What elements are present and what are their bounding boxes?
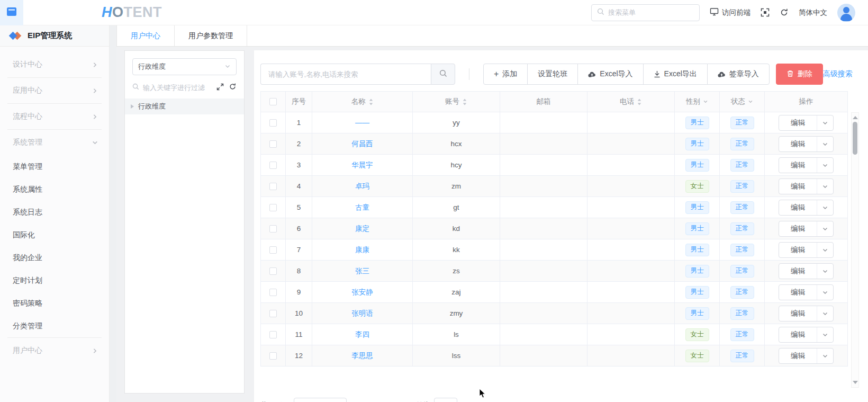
tab-user-params[interactable]: 用户参数管理 [175,25,247,46]
excel-import-button[interactable]: Excel导入 [577,64,643,85]
sidebar-item-password-policy[interactable]: 密码策略 [0,292,109,315]
edit-split-button[interactable]: 编辑 [779,263,834,279]
edit-button[interactable]: 编辑 [779,115,817,130]
edit-split-button[interactable]: 编辑 [779,178,834,194]
user-search-input[interactable] [260,64,431,85]
edit-button[interactable]: 编辑 [779,179,817,194]
row-checkbox[interactable] [269,331,277,338]
set-shift-button[interactable]: 设置轮班 [527,64,578,85]
column-header-name[interactable]: 名称 [312,91,413,112]
edit-split-button[interactable]: 编辑 [779,136,834,152]
scrollbar-thumb[interactable] [853,122,857,155]
sidebar-item-i18n[interactable]: 国际化 [0,224,109,246]
sidebar-toggle-button[interactable] [0,0,23,25]
sidebar-item-system-manage[interactable]: 系统管理 [0,130,109,155]
tree-node-root[interactable]: 行政维度 [125,99,244,114]
column-header-gender[interactable]: 性别 [675,91,720,112]
edit-button[interactable]: 编辑 [779,200,817,215]
sidebar-item-flow-center[interactable]: 流程中心 [0,104,109,129]
edit-split-button[interactable]: 编辑 [779,348,834,364]
edit-split-button[interactable]: 编辑 [779,221,834,237]
edit-dropdown-button[interactable] [817,327,833,342]
scroll-down-arrow-icon[interactable] [853,381,858,384]
row-checkbox[interactable] [269,225,277,233]
sidebar-item-design-center[interactable]: 设计中心 [0,52,109,77]
tab-user-center[interactable]: 用户中心 [116,25,175,46]
user-name-link[interactable]: —— [355,119,369,127]
column-header-status[interactable]: 状态 [720,91,765,112]
sidebar-item-system-logs[interactable]: 系统日志 [0,201,109,224]
edit-split-button[interactable]: 编辑 [779,200,834,216]
sidebar-item-system-props[interactable]: 系统属性 [0,178,109,201]
tree-filter-input[interactable] [143,84,213,92]
edit-dropdown-button[interactable] [817,158,833,173]
edit-dropdown-button[interactable] [817,349,833,363]
edit-button[interactable]: 编辑 [779,264,817,279]
page-size-select[interactable]: 50条/页 [294,398,347,402]
expand-icon[interactable] [216,83,224,92]
edit-dropdown-button[interactable] [817,200,833,215]
table-scrollbar[interactable] [851,112,859,388]
delete-button[interactable]: 删除 [776,64,823,85]
column-header-phone[interactable]: 电话 [587,91,675,112]
row-checkbox[interactable] [269,140,277,148]
user-name-link[interactable]: 华晨宇 [351,160,373,170]
edit-split-button[interactable]: 编辑 [779,306,834,321]
tree-refresh-icon[interactable] [229,83,237,92]
scroll-up-arrow-icon[interactable] [853,116,858,119]
sidebar-item-user-center[interactable]: 用户中心 [0,338,109,363]
user-name-link[interactable]: 卓玛 [355,182,369,191]
edit-split-button[interactable]: 编辑 [779,157,834,173]
edit-dropdown-button[interactable] [817,221,833,236]
sidebar-item-scheduled-plans[interactable]: 定时计划 [0,269,109,292]
row-checkbox[interactable] [269,267,277,275]
user-name-link[interactable]: 何昌西 [351,139,373,149]
menu-search-input[interactable] [608,8,694,16]
row-checkbox[interactable] [269,119,277,127]
edit-button[interactable]: 编辑 [779,285,817,300]
column-header-account[interactable]: 账号 [413,91,500,112]
edit-button[interactable]: 编辑 [779,243,817,257]
fullscreen-icon[interactable] [761,8,770,17]
edit-button[interactable]: 编辑 [779,137,817,151]
edit-split-button[interactable]: 编辑 [779,242,834,258]
row-checkbox[interactable] [269,289,277,296]
edit-dropdown-button[interactable] [817,243,833,257]
user-name-link[interactable]: 康康 [355,245,369,255]
edit-button[interactable]: 编辑 [779,349,817,363]
refresh-icon[interactable] [780,8,789,17]
edit-button[interactable]: 编辑 [779,327,817,342]
goto-page-input[interactable] [434,398,457,402]
sidebar-item-menu-manage[interactable]: 菜单管理 [0,155,109,178]
user-name-link[interactable]: 张三 [355,266,369,276]
user-name-link[interactable]: 李四 [355,330,369,340]
user-name-link[interactable]: 康定 [355,224,369,234]
user-name-link[interactable]: 张安静 [351,288,373,297]
sidebar-item-category-manage[interactable]: 分类管理 [0,315,109,337]
edit-button[interactable]: 编辑 [779,158,817,173]
user-name-link[interactable]: 李思思 [351,351,373,361]
select-all-checkbox[interactable] [269,98,277,105]
add-button[interactable]: +添加 [483,64,528,85]
sidebar-item-my-company[interactable]: 我的企业 [0,246,109,269]
visit-frontend-button[interactable]: 访问前端 [710,7,751,17]
advanced-search-link[interactable]: 高级搜索 [823,69,853,79]
sidebar-item-app-center[interactable]: 应用中心 [0,78,109,103]
user-avatar[interactable] [837,4,855,22]
user-name-link[interactable]: 古童 [355,203,369,212]
panel-splitter[interactable] [110,25,116,402]
signature-import-button[interactable]: 签章导入 [707,64,770,85]
edit-dropdown-button[interactable] [817,137,833,151]
row-checkbox[interactable] [269,310,277,317]
edit-dropdown-button[interactable] [817,264,833,279]
edit-split-button[interactable]: 编辑 [779,284,834,300]
edit-button[interactable]: 编辑 [779,306,817,321]
edit-dropdown-button[interactable] [817,285,833,300]
edit-dropdown-button[interactable] [817,179,833,194]
language-switcher[interactable]: 简体中文 [799,8,827,17]
edit-dropdown-button[interactable] [817,115,833,130]
edit-dropdown-button[interactable] [817,306,833,321]
user-name-link[interactable]: 张明语 [351,309,373,318]
edit-split-button[interactable]: 编辑 [779,327,834,343]
row-checkbox[interactable] [269,246,277,254]
